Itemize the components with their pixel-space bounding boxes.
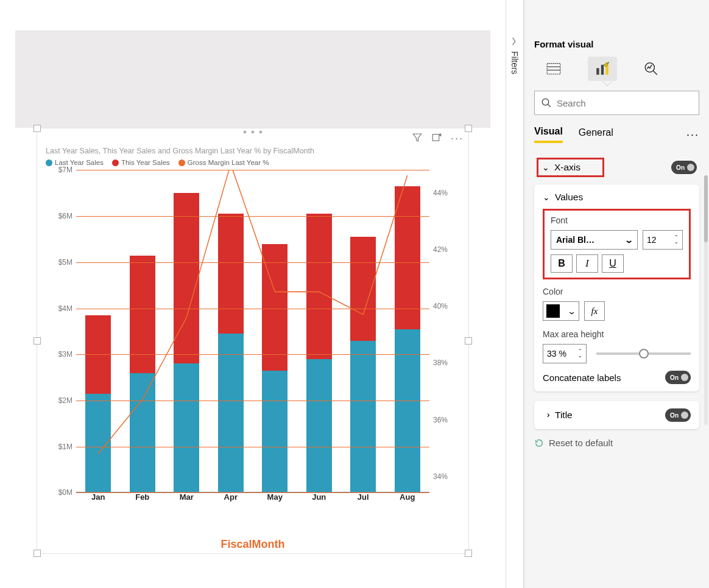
svg-rect-0 xyxy=(432,135,439,141)
filter-icon[interactable] xyxy=(412,132,423,145)
italic-button[interactable]: I xyxy=(576,254,598,273)
y-axis-right: 34%36%38%40%42%44% xyxy=(429,170,460,492)
x-tick: Jul xyxy=(341,492,386,517)
more-options-icon[interactable]: ··· xyxy=(451,132,464,145)
font-family-dropdown[interactable]: Arial Bl… ⌄ xyxy=(551,230,638,250)
chevron-down-icon: ⌄ xyxy=(567,307,576,316)
tab-general[interactable]: General xyxy=(579,127,613,142)
max-area-slider[interactable] xyxy=(596,352,691,355)
x-tick: Feb xyxy=(121,492,165,517)
chevron-down-icon[interactable]: ⌄ xyxy=(542,163,549,172)
panel-title: Format visual xyxy=(534,9,699,54)
chevron-down-icon[interactable]: ⌄ xyxy=(674,240,679,245)
filters-rail[interactable]: Filters xyxy=(506,0,524,588)
focus-mode-icon[interactable] xyxy=(431,132,442,145)
search-input-wrap[interactable] xyxy=(534,91,699,115)
resize-handle[interactable] xyxy=(34,125,41,132)
color-picker[interactable]: ⌄ xyxy=(543,301,579,321)
legend-label: This Year Sales xyxy=(121,159,170,166)
build-tab-icon[interactable] xyxy=(539,57,568,81)
resize-handle[interactable] xyxy=(465,337,472,345)
expand-icon[interactable] xyxy=(510,37,520,46)
max-area-stepper[interactable]: 33 % ⌃⌄ xyxy=(543,344,587,363)
legend-label: Last Year Sales xyxy=(55,159,104,166)
scrollbar[interactable] xyxy=(704,175,708,425)
x-tick: Jun xyxy=(297,492,342,517)
reset-to-default[interactable]: Reset to default xyxy=(534,438,699,448)
chart-legend: Last Year Sales This Year Sales Gross Ma… xyxy=(37,158,468,170)
format-panel: Format visual Visual General ··· xyxy=(524,0,709,588)
concat-toggle[interactable]: On xyxy=(665,371,691,384)
xaxis-section-label[interactable]: X-axis xyxy=(554,162,580,173)
chart-grid xyxy=(76,170,429,492)
title-section-label[interactable]: Title xyxy=(555,410,573,421)
font-size-stepper[interactable]: 12 ⌃⌄ xyxy=(643,230,683,250)
chevron-down-icon[interactable]: ⌄ xyxy=(578,354,582,359)
fx-button[interactable]: fx xyxy=(584,301,605,321)
x-tick: May xyxy=(253,492,297,517)
chevron-right-icon[interactable]: ⌄ xyxy=(541,411,551,419)
svg-rect-1 xyxy=(547,63,560,74)
concat-label: Concatenate labels xyxy=(543,373,621,383)
search-input[interactable] xyxy=(557,98,693,108)
chart-visual[interactable]: ··· Last Year Sales, This Year Sales and… xyxy=(37,128,469,554)
drag-handle[interactable] xyxy=(244,131,262,133)
chevron-down-icon: ⌄ xyxy=(624,236,633,245)
chevron-down-icon[interactable]: ⌄ xyxy=(543,192,550,202)
x-tick: Apr xyxy=(209,492,253,517)
x-tick: Jan xyxy=(76,492,121,517)
more-tabs-icon[interactable]: ··· xyxy=(686,128,699,141)
tab-visual[interactable]: Visual xyxy=(534,126,563,143)
x-axis-title: FiscalMonth xyxy=(37,538,468,551)
values-section-label[interactable]: Values xyxy=(555,192,583,203)
svg-point-8 xyxy=(542,99,549,105)
underline-button[interactable]: U xyxy=(602,254,624,273)
font-label: Font xyxy=(551,215,683,225)
x-tick: Aug xyxy=(386,492,430,517)
format-tab-icon[interactable] xyxy=(588,57,617,81)
reset-icon xyxy=(534,438,544,448)
canvas-background xyxy=(15,30,490,128)
bold-button[interactable]: B xyxy=(551,254,573,273)
resize-handle[interactable] xyxy=(34,337,41,345)
analytics-tab-icon[interactable] xyxy=(637,57,666,81)
xaxis-toggle[interactable]: On xyxy=(671,161,697,174)
x-tick: Mar xyxy=(164,492,209,517)
resize-handle[interactable] xyxy=(465,125,472,132)
svg-rect-5 xyxy=(601,65,604,75)
svg-rect-4 xyxy=(596,68,599,75)
color-swatch xyxy=(546,304,560,318)
max-area-label: Max area height xyxy=(543,329,691,339)
x-axis: JanFebMarAprMayJunJulAug xyxy=(76,492,429,517)
title-toggle[interactable]: On xyxy=(665,408,691,422)
color-label: Color xyxy=(543,287,691,296)
search-icon xyxy=(541,97,552,108)
legend-label: Gross Margin Last Year % xyxy=(188,159,269,166)
y-axis-left: $0M$1M$2M$3M$4M$5M$6M$7M xyxy=(46,170,76,492)
filters-label: Filters xyxy=(510,51,520,74)
